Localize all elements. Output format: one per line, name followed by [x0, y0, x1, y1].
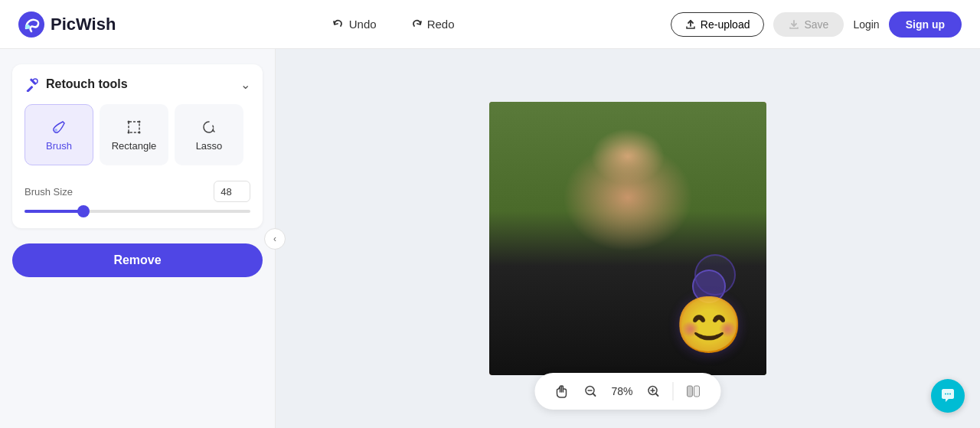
slider-track [24, 210, 250, 213]
pan-tool-button[interactable] [547, 380, 576, 403]
zoom-in-icon [647, 384, 661, 398]
brush-size-label: Brush Size [24, 186, 73, 198]
main-layout: Retouch tools ⌄ Brush [0, 49, 980, 428]
header-right: Re-upload Save Login Sign up [671, 11, 962, 38]
panel-title-row: Retouch tools [24, 77, 128, 92]
lasso-tool-button[interactable]: Lasso [175, 104, 243, 165]
logo-icon [18, 11, 44, 38]
svg-rect-6 [129, 122, 139, 132]
svg-point-8 [139, 120, 141, 123]
brush-label: Brush [46, 140, 72, 152]
lasso-label: Lasso [196, 140, 223, 152]
reupload-button[interactable]: Re-upload [671, 12, 765, 37]
chevron-down-icon[interactable]: ⌄ [240, 77, 250, 92]
emoji-sticker: 😊 [675, 297, 743, 352]
canvas-area: 😊 78% [276, 49, 980, 428]
toolbar-divider [673, 382, 674, 400]
rectangle-icon [126, 119, 142, 136]
remove-label: Remove [113, 253, 161, 266]
reupload-icon [685, 19, 696, 30]
zoom-value: 78% [605, 385, 639, 397]
undo-label: Undo [349, 18, 377, 31]
brush-icon [51, 119, 67, 136]
compare-button[interactable] [678, 379, 709, 403]
header-center: Undo Redo [325, 13, 462, 35]
retouch-panel: Retouch tools ⌄ Brush [12, 64, 263, 228]
panel-header: Retouch tools ⌄ [24, 77, 250, 92]
brush-selection-circle [694, 254, 736, 296]
image-container: 😊 [489, 102, 766, 375]
svg-line-17 [656, 394, 658, 396]
brush-tool-button[interactable]: Brush [24, 104, 93, 165]
login-label: Login [853, 18, 879, 31]
lasso-icon [201, 119, 217, 136]
svg-point-9 [128, 131, 130, 133]
sidebar: Retouch tools ⌄ Brush [0, 49, 276, 428]
remove-button[interactable]: Remove [12, 243, 263, 277]
retouch-icon [24, 77, 40, 92]
zoom-in-button[interactable] [639, 380, 668, 403]
svg-rect-18 [688, 386, 693, 397]
main-image[interactable]: 😊 [489, 102, 766, 375]
login-button[interactable]: Login [853, 18, 879, 31]
panel-title: Retouch tools [46, 77, 128, 91]
svg-line-13 [593, 394, 595, 396]
svg-point-21 [947, 394, 949, 395]
undo-button[interactable]: Undo [325, 13, 384, 35]
redo-icon [410, 18, 423, 31]
svg-point-10 [139, 131, 141, 133]
emoji-overlay: 😊 [675, 270, 743, 352]
svg-point-22 [949, 394, 951, 395]
logo-text: PicWish [51, 15, 116, 34]
bottom-toolbar: 78% [534, 373, 720, 410]
brush-size-row: Brush Size [24, 181, 250, 202]
logo[interactable]: PicWish [18, 11, 116, 38]
svg-point-7 [128, 120, 130, 123]
save-button[interactable]: Save [773, 12, 844, 37]
rectangle-label: Rectangle [112, 140, 157, 152]
svg-point-0 [18, 11, 44, 38]
svg-point-20 [945, 394, 946, 395]
zoom-out-icon [583, 384, 597, 398]
reupload-label: Re-upload [701, 18, 750, 31]
collapse-sidebar-button[interactable]: ‹ [264, 228, 286, 250]
signup-button[interactable]: Sign up [889, 11, 962, 38]
rectangle-tool-button[interactable]: Rectangle [100, 104, 168, 165]
save-icon [789, 19, 799, 30]
hand-icon [554, 384, 568, 398]
tools-row: Brush Rectangle [24, 104, 250, 165]
collapse-icon: ‹ [273, 234, 276, 244]
slider-fill [24, 210, 83, 213]
slider-thumb[interactable] [77, 205, 90, 217]
save-label: Save [804, 18, 828, 31]
signup-label: Sign up [906, 18, 945, 31]
chat-icon [939, 387, 956, 404]
zoom-out-button[interactable] [576, 380, 605, 403]
svg-point-1 [25, 25, 30, 29]
split-view-icon [686, 384, 701, 399]
svg-rect-2 [26, 86, 33, 92]
svg-point-5 [54, 129, 57, 132]
redo-button[interactable]: Redo [403, 13, 462, 35]
svg-rect-19 [694, 386, 700, 397]
undo-icon [332, 18, 345, 31]
header: PicWish Undo Redo Re-upload [0, 0, 980, 49]
chat-button[interactable] [931, 379, 965, 413]
redo-label: Redo [427, 18, 455, 31]
brush-size-input[interactable] [214, 181, 250, 202]
